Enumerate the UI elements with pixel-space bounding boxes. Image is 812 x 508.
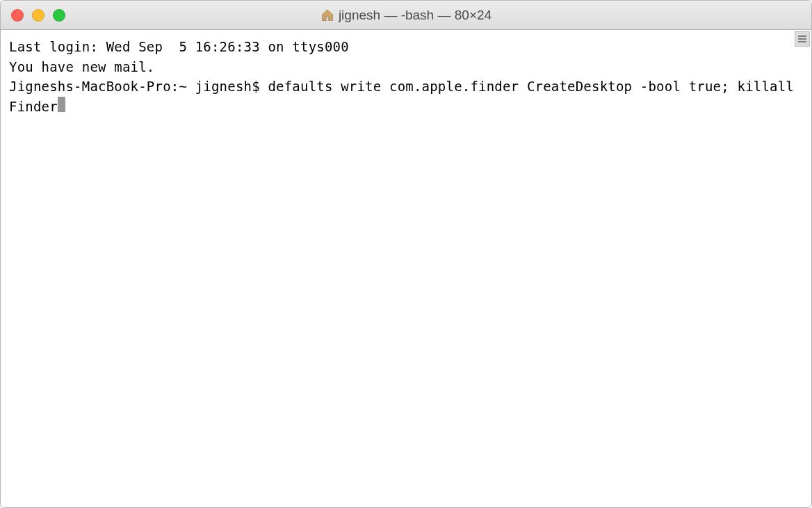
minimize-button[interactable] [32, 9, 44, 22]
cursor-icon [58, 97, 65, 112]
hamburger-lines-icon [798, 35, 806, 42]
terminal-window: jignesh — -bash — 80×24 Last login: Wed … [0, 0, 812, 508]
traffic-lights [1, 9, 65, 22]
scroll-indicator-icon[interactable] [795, 31, 810, 47]
terminal-line-mail: You have new mail. [9, 59, 155, 74]
terminal-line-login: Last login: Wed Sep 5 16:26:33 on ttys00… [9, 39, 349, 54]
window-title: jignesh — -bash — 80×24 [339, 8, 492, 23]
maximize-button[interactable] [53, 9, 65, 22]
titlebar[interactable]: jignesh — -bash — 80×24 [1, 1, 811, 30]
close-button[interactable] [11, 9, 24, 22]
home-icon [320, 8, 334, 22]
terminal-body[interactable]: Last login: Wed Sep 5 16:26:33 on ttys00… [1, 30, 811, 507]
content-area: Last login: Wed Sep 5 16:26:33 on ttys00… [1, 30, 811, 507]
terminal-prompt: Jigneshs-MacBook-Pro:~ jignesh$ [9, 79, 268, 94]
title-wrap: jignesh — -bash — 80×24 [1, 8, 811, 23]
